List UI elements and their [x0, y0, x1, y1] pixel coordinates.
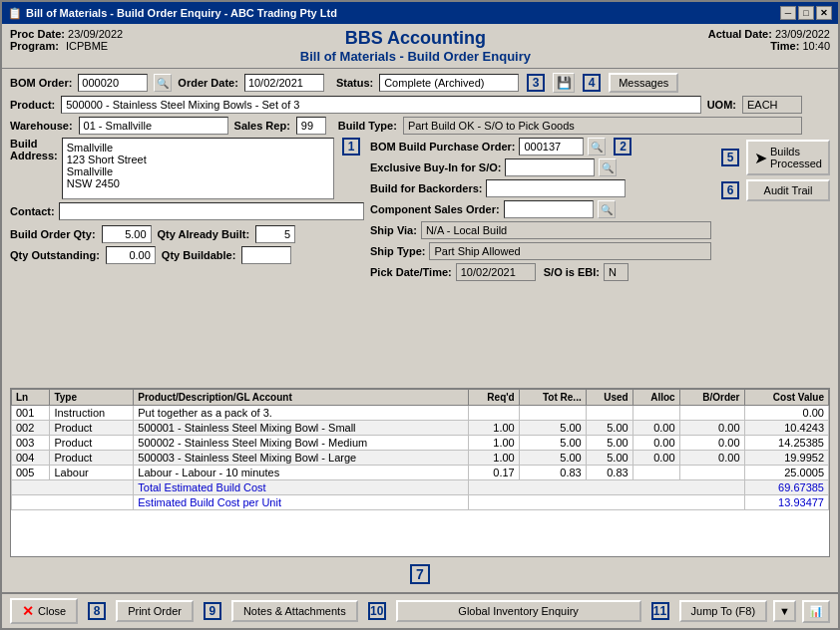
actual-date-label: Actual Date: — [708, 28, 772, 40]
uom-label: UOM: — [707, 99, 736, 111]
messages-number-badge: 4 — [583, 74, 601, 92]
export-button[interactable]: 📊 — [802, 600, 830, 623]
build-type-label: Build Type: — [338, 120, 397, 132]
close-button[interactable]: ✕ — [816, 6, 832, 20]
maximize-button[interactable]: □ — [798, 6, 814, 20]
notes-number-badge: 9 — [204, 602, 221, 620]
build-type-field: Part Build OK - S/O to Pick Goods — [403, 117, 802, 135]
col-used: Used — [586, 390, 632, 406]
bom-purchase-field[interactable]: 000137 — [519, 138, 584, 156]
program-label: Program: — [10, 40, 59, 52]
exclusive-buyin-field[interactable] — [505, 158, 595, 176]
product-field[interactable]: 500000 - Stainless Steel Mixing Bowls - … — [61, 96, 700, 114]
title-bar: 📋 Bill of Materials - Build Order Enquir… — [2, 2, 838, 24]
total-estimated-row: Total Estimated Build Cost 69.67385 — [12, 480, 829, 495]
builds-processed-button[interactable]: ➤ Builds Processed — [746, 140, 830, 175]
bom-order-label: BOM Order: — [10, 77, 72, 89]
jump-to-dropdown-button[interactable]: ▼ — [773, 600, 796, 622]
table-row[interactable]: 002 Product 500001 - Stainless Steel Mix… — [12, 421, 829, 436]
ship-type-label: Ship Type: — [370, 245, 425, 257]
col-border: B/Order — [679, 390, 744, 406]
warehouse-label: Warehouse: — [10, 120, 73, 132]
print-number-badge: 8 — [88, 602, 106, 620]
builds-processed-label: Builds Processed — [770, 146, 822, 169]
address-line4: NSW 2450 — [67, 177, 329, 189]
build-address-label: Build Address: — [10, 138, 58, 161]
status-field[interactable]: Complete (Archived) — [379, 74, 519, 92]
line-items-table: Ln Type Product/Description/GL Account R… — [10, 388, 830, 557]
col-description: Product/Description/GL Account — [134, 390, 468, 406]
col-reqd: Req'd — [468, 390, 519, 406]
warehouse-field[interactable]: 01 - Smallville — [79, 117, 228, 135]
purchase-number-badge: 2 — [614, 138, 631, 156]
close-icon: ✕ — [22, 603, 34, 619]
col-alloc: Alloc — [632, 390, 679, 406]
bom-order-field[interactable]: 000020 — [78, 74, 148, 92]
purchase-search-icon[interactable]: 🔍 — [588, 138, 606, 156]
component-search-icon[interactable]: 🔍 — [598, 200, 616, 218]
ship-via-label: Ship Via: — [370, 224, 417, 236]
notes-button[interactable]: Notes & Attachments — [231, 600, 358, 622]
close-button[interactable]: ✕ Close — [10, 598, 78, 624]
address-line3: Smallville — [67, 165, 329, 177]
sio-ebi-label: S/O is EBI: — [544, 266, 600, 278]
print-order-button[interactable]: Print Order — [116, 600, 194, 622]
ship-via-field: N/A - Local Build — [421, 221, 711, 239]
status-label: Status: — [336, 77, 373, 89]
audit-trail-button[interactable]: Audit Trail — [746, 179, 830, 201]
table-row[interactable]: 004 Product 500003 - Stainless Steel Mix… — [12, 451, 829, 466]
col-type: Type — [50, 390, 134, 406]
order-date-label: Order Date: — [178, 77, 238, 89]
table-row[interactable]: 003 Product 500002 - Stainless Steel Mix… — [12, 436, 829, 451]
estimated-per-unit-row: Estimated Build Cost per Unit 13.93477 — [12, 495, 829, 510]
total-estimated-label[interactable]: Total Estimated Build Cost — [138, 481, 265, 493]
time-value: 10:40 — [802, 40, 830, 52]
minimize-button[interactable]: ─ — [780, 6, 796, 20]
qty-outstanding-field[interactable]: 0.00 — [106, 246, 156, 264]
main-window: 📋 Bill of Materials - Build Order Enquir… — [0, 0, 840, 630]
pick-date-field: 10/02/2021 — [456, 263, 536, 281]
jump-to-number-badge: 11 — [651, 602, 669, 620]
floppy-icon[interactable]: 💾 — [553, 73, 575, 93]
app-subtitle: Bill of Materials - Build Order Enquiry — [300, 49, 531, 64]
bom-purchase-label: BOM Build Purchase Order: — [370, 141, 515, 153]
address-number-badge: 1 — [342, 138, 360, 156]
uom-field: EACH — [742, 96, 802, 114]
global-number-badge: 10 — [368, 602, 386, 620]
audit-trail-number-badge: 6 — [721, 181, 739, 199]
build-backorders-field[interactable] — [486, 179, 626, 197]
component-sales-label: Component Sales Order: — [370, 203, 500, 215]
sales-rep-field[interactable]: 99 — [296, 117, 326, 135]
app-name: BBS Accounting — [300, 28, 531, 49]
bom-order-search-icon[interactable]: 🔍 — [154, 74, 172, 92]
qty-already-built-field[interactable]: 5 — [255, 225, 295, 243]
product-label: Product: — [10, 99, 55, 111]
exclusive-search-icon[interactable]: 🔍 — [599, 158, 617, 176]
exclusive-buyin-label: Exclusive Buy-In for S/O: — [370, 161, 501, 173]
jump-to-button[interactable]: Jump To (F8) — [679, 600, 768, 622]
build-order-qty-label: Build Order Qty: — [10, 228, 96, 240]
build-order-qty-field[interactable]: 5.00 — [102, 225, 152, 243]
table-row[interactable]: 001 Instruction Put together as a pack o… — [12, 406, 829, 421]
component-sales-field[interactable] — [504, 200, 594, 218]
contact-field[interactable] — [59, 202, 364, 220]
col-cost-value: Cost Value — [744, 390, 828, 406]
builds-processed-number-badge: 5 — [721, 149, 739, 166]
address-line1: Smallville — [67, 142, 329, 154]
qty-buildable-field[interactable] — [241, 246, 291, 264]
sales-rep-label: Sales Rep: — [234, 120, 290, 132]
global-inventory-button[interactable]: Global Inventory Enquiry — [396, 600, 641, 622]
table-row[interactable]: 005 Labour Labour - Labour - 10 minutes … — [12, 466, 829, 480]
address-line2: 123 Short Street — [67, 154, 329, 165]
build-address-field: Smallville 123 Short Street Smallville N… — [62, 138, 334, 199]
build-backorders-label: Build for Backorders: — [370, 182, 482, 194]
window-title: Bill of Materials - Build Order Enquiry … — [26, 7, 337, 19]
estimated-per-unit-label[interactable]: Estimated Build Cost per Unit — [138, 496, 281, 508]
status-number-badge: 3 — [527, 74, 545, 92]
ship-type-field: Part Ship Allowed — [429, 242, 711, 260]
qty-buildable-label: Qty Buildable: — [162, 249, 236, 261]
app-header: Proc Date: 23/09/2022 Program: ICPBME BB… — [2, 24, 838, 69]
messages-button[interactable]: Messages — [609, 73, 678, 93]
order-date-field[interactable]: 10/02/2021 — [244, 74, 324, 92]
pick-date-label: Pick Date/Time: — [370, 266, 452, 278]
